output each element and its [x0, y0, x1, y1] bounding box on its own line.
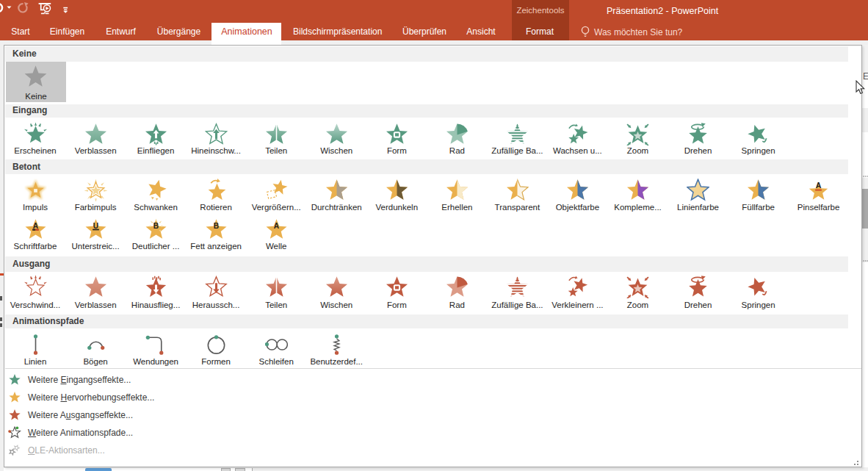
svg-text:A: A: [274, 222, 280, 230]
svg-text:B: B: [213, 222, 218, 230]
svg-text:U: U: [93, 222, 98, 230]
svg-text:A: A: [32, 222, 38, 230]
svg-text:A: A: [816, 181, 822, 190]
svg-text:B: B: [153, 222, 158, 230]
